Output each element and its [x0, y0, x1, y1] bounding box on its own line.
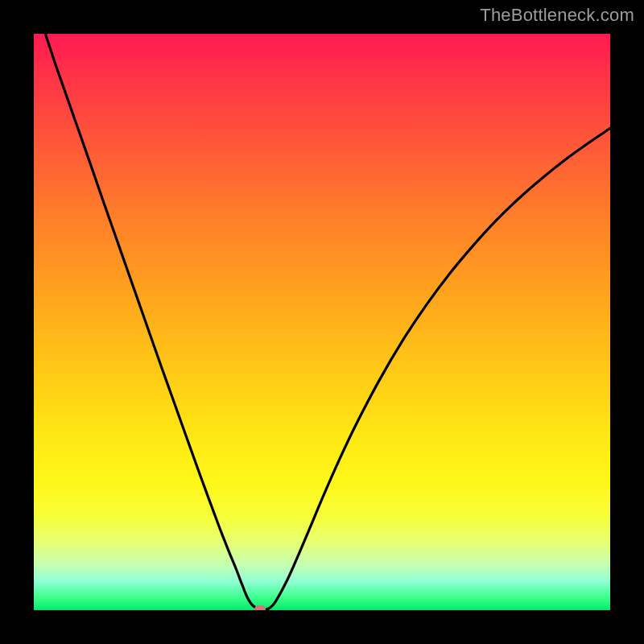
chart-container: TheBottleneck.com — [0, 0, 644, 644]
bottleneck-curve — [34, 34, 610, 610]
plot-area — [34, 34, 610, 610]
watermark-text: TheBottleneck.com — [480, 5, 634, 26]
optimum-marker — [254, 605, 266, 610]
